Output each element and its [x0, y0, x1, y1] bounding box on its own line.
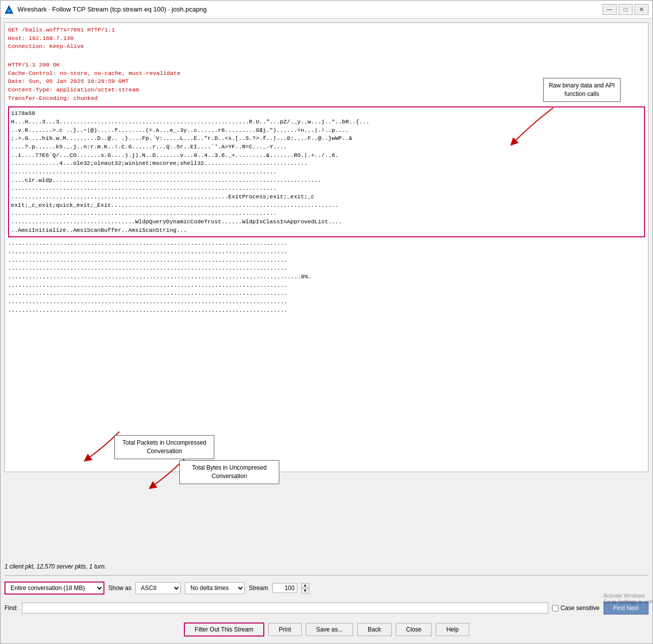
dots-line-5: ........................................… [8, 273, 645, 281]
svg-point-1 [7, 9, 10, 12]
dots-line-1: ........................................… [8, 239, 645, 248]
stream-area-wrapper: GET /balls.woff?x=7001 HTTP/1.1 Host: 19… [4, 22, 649, 559]
http-request-line1: GET /balls.woff?x=7001 HTTP/1.1 [8, 26, 645, 34]
close-window-button[interactable]: ✕ [635, 4, 649, 15]
stream-display[interactable]: GET /balls.woff?x=7001 HTTP/1.1 Host: 19… [4, 22, 649, 472]
stream-up-button[interactable]: ▲ [301, 583, 309, 588]
binary-line-6: ..i....77E6`Q/...CO.......s.G....).j).N.… [11, 151, 642, 160]
binary-dots-section: ........................................… [8, 239, 645, 314]
dots-line-4: ........................................… [8, 264, 645, 273]
show-as-select[interactable]: ASCII Hex Dump C Arrays Raw [135, 582, 181, 594]
controls-row: Entire conversation (18 MB) Show as ASCI… [4, 580, 649, 597]
binary-line-13: ........................................… [11, 209, 642, 218]
binary-line-15: ..AmsiInitialize..AmsiScanBuffer..AmsiSc… [11, 226, 642, 235]
find-label: Find: [4, 605, 18, 612]
conversation-select[interactable]: Entire conversation (18 MB) [4, 582, 104, 595]
find-row: Find: Case sensitive Find Next Activate … [4, 600, 649, 617]
print-button[interactable]: Print [268, 623, 302, 636]
case-sensitive-checkbox[interactable] [552, 605, 559, 612]
binary-line-14: ....................................Wldp… [11, 218, 642, 226]
callout-arrow-1 [503, 108, 563, 148]
action-buttons-row: Filter Out This Stream Print Save as... … [4, 620, 649, 640]
find-next-button[interactable]: Find Next [604, 602, 649, 615]
binary-line-11: ........................................… [11, 193, 642, 201]
http-request-line2: Host: 192.168.7.130 [8, 34, 645, 43]
help-button[interactable]: Help [436, 623, 469, 636]
callout-total-packets: Total Packets in Uncompressed Conversati… [114, 435, 214, 459]
status-bar: 1 client pkt, 12,570 server pkts, 1 turn… [4, 562, 649, 571]
binary-line-8: ........................................… [11, 168, 642, 176]
status-text: 1 client pkt, 12,570 server pkts, 1 turn… [4, 563, 106, 570]
dots-line-3: ........................................… [8, 256, 645, 265]
http-response-line1: HTTP/1.1 200 OK [8, 61, 645, 69]
bottom-divider [4, 575, 649, 576]
title-bar-left: Wireshark · Follow TCP Stream (tcp.strea… [4, 5, 207, 14]
dots-line-2: ........................................… [8, 248, 645, 256]
http-request-section: GET /balls.woff?x=7001 HTTP/1.1 Host: 19… [8, 26, 645, 51]
title-bar: Wireshark · Follow TCP Stream (tcp.strea… [0, 0, 653, 18]
dots-line-8: ........................................… [8, 298, 645, 306]
window-title: Wireshark · Follow TCP Stream (tcp.strea… [17, 5, 207, 13]
close-button[interactable]: Close [396, 623, 432, 636]
dots-line-7: ........................................… [8, 289, 645, 298]
dots-line-9: ........................................… [8, 306, 645, 315]
maximize-button[interactable]: □ [619, 4, 633, 15]
main-content: GET /balls.woff?x=7001 HTTP/1.1 Host: 19… [0, 18, 653, 644]
back-button[interactable]: Back [357, 623, 392, 636]
binary-line-9: ....clr.wldp............................… [11, 176, 642, 185]
minimize-button[interactable]: — [603, 4, 617, 15]
case-sensitive-label: Case sensitive [561, 605, 600, 612]
find-input[interactable] [22, 603, 548, 614]
save-as-button[interactable]: Save as... [306, 623, 353, 636]
binary-line-12: exit;_c_exit;quick_exit;_Exit...........… [11, 201, 642, 210]
wireshark-icon [4, 5, 13, 14]
http-response-line2: Cache-Control: no-store, no-cache, must-… [8, 69, 645, 78]
http-request-line3: Connection: Keep-Alive [8, 42, 645, 51]
main-window: Wireshark · Follow TCP Stream (tcp.strea… [0, 0, 653, 644]
binary-line-10: ........................................… [11, 184, 642, 193]
show-as-label: Show as [108, 585, 131, 592]
callout-raw-binary: Raw binary data and API function calls [543, 78, 621, 102]
stream-down-button[interactable]: ▼ [301, 589, 309, 594]
stream-label: Stream [249, 585, 268, 592]
case-sensitive-area: Case sensitive [552, 605, 600, 612]
binary-line-7: ..............4...ole32;oleaut32;wininet… [11, 159, 642, 168]
stream-number-input[interactable] [272, 583, 297, 593]
stream-spinner: ▲ ▼ [301, 583, 309, 594]
filter-out-button[interactable]: Filter Out This Stream [184, 623, 264, 637]
callout-total-bytes: Total Bytes in Uncompresed Conversation [179, 460, 279, 484]
dots-line-6: ........................................… [8, 281, 645, 290]
time-select[interactable]: No delta times Turn delta times All delt… [185, 582, 245, 594]
title-bar-controls: — □ ✕ [603, 4, 649, 15]
